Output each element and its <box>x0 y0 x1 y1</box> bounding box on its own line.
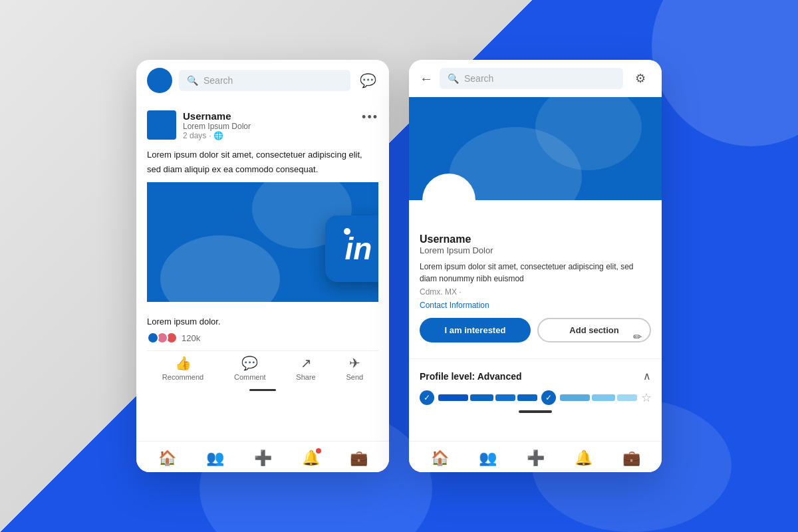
notification-badge <box>315 447 323 455</box>
progress-seg-5 <box>560 394 590 401</box>
edit-pencil-icon[interactable]: ✏ <box>633 331 642 343</box>
send-icon: ✈ <box>349 355 360 371</box>
settings-icon[interactable]: ⚙ <box>630 68 651 89</box>
nav-network[interactable]: 👥 <box>206 450 224 467</box>
home-icon: 🏠 <box>158 450 176 467</box>
recommend-label: Recommend <box>162 373 203 381</box>
reaction-dots <box>147 332 178 344</box>
left-bottom-nav: 🏠 👥 ➕ 🔔 💼 <box>136 441 389 472</box>
comment-label: Comment <box>234 373 266 381</box>
progress-seg-3 <box>495 394 515 401</box>
post-username: Username <box>183 110 251 122</box>
right-nav-jobs[interactable]: 💼 <box>622 450 640 467</box>
nav-avatar[interactable] <box>147 68 172 93</box>
left-phone-screen: 🔍 Search 💬 Username Lorem Ipsum Dolor 2 … <box>136 60 389 472</box>
network-icon: 👥 <box>206 450 224 467</box>
profile-level-title: Profile level: Advanced <box>420 371 522 382</box>
send-label: Send <box>346 373 363 381</box>
left-top-nav: 🔍 Search 💬 <box>136 60 389 101</box>
profile-avatar <box>426 178 471 200</box>
chat-icon[interactable]: 💬 <box>357 70 378 91</box>
progress-seg-1 <box>438 394 468 401</box>
progress-seg-7 <box>617 394 637 401</box>
right-bottom-nav: 🏠 👥 ➕ 🔔 💼 <box>409 441 662 472</box>
progress-segments-left <box>438 394 537 401</box>
share-button[interactable]: ↗ Share <box>296 355 315 381</box>
bg-circle <box>652 0 798 146</box>
send-button[interactable]: ✈ Send <box>346 355 363 381</box>
right-bell-icon: 🔔 <box>575 450 593 467</box>
right-network-icon: 👥 <box>479 450 497 467</box>
post-author: Username Lorem Ipsum Dolor 2 days · 🌐 <box>147 110 251 140</box>
interested-button[interactable]: I am interested <box>420 318 531 342</box>
profile-level-section: Profile level: Advanced ∧ ✓ ✓ ☆ <box>409 358 662 426</box>
active-indicator <box>249 389 276 391</box>
post-header: Username Lorem Ipsum Dolor 2 days · 🌐 ••… <box>147 110 378 140</box>
nav-home[interactable]: 🏠 <box>158 450 176 467</box>
post-card: Username Lorem Ipsum Dolor 2 days · 🌐 ••… <box>136 101 389 311</box>
post-footer-text: Lorem ipsum dolor. <box>147 317 378 327</box>
screens-container: 🔍 Search 💬 Username Lorem Ipsum Dolor 2 … <box>136 60 662 472</box>
recommend-icon: 👍 <box>175 355 192 371</box>
nav-add[interactable]: ➕ <box>254 450 272 467</box>
progress-check-icon-1: ✓ <box>420 390 434 405</box>
search-icon-right: 🔍 <box>448 73 459 84</box>
jobs-icon: 💼 <box>350 450 368 467</box>
post-text-line2: sed diam aliquip ex ea commodo consequat… <box>147 163 378 176</box>
progress-segments-right <box>560 394 637 401</box>
right-search-text: Search <box>464 73 493 84</box>
comment-button[interactable]: 💬 Comment <box>234 355 266 381</box>
right-jobs-icon: 💼 <box>622 450 640 467</box>
post-image: in <box>147 182 378 302</box>
progress-bar: ✓ ✓ ☆ <box>420 390 651 405</box>
chevron-up-icon[interactable]: ∧ <box>643 370 651 382</box>
post-footer: Lorem ipsum dolor. 120k 👍 Recommend 💬 Co… <box>136 311 389 391</box>
profile-level-header: Profile level: Advanced ∧ <box>420 370 651 382</box>
progress-seg-4 <box>517 394 537 401</box>
right-search-bar[interactable]: 🔍 Search <box>440 68 623 89</box>
profile-action-row: I am interested Add section <box>420 318 651 342</box>
nav-jobs[interactable]: 💼 <box>350 450 368 467</box>
add-icon: ➕ <box>254 450 272 467</box>
home-indicator-right <box>519 410 552 413</box>
progress-seg-6 <box>592 394 615 401</box>
profile-location: Cdmx. MX · <box>420 287 651 297</box>
profile-bio: Lorem ipsum dolor sit amet, consectetuer… <box>420 261 651 285</box>
left-search-text: Search <box>203 75 233 86</box>
right-nav-add[interactable]: ➕ <box>527 450 545 467</box>
progress-check-icon-2: ✓ <box>541 390 556 405</box>
post-image-blob1 <box>160 235 280 302</box>
right-top-nav: ← 🔍 Search ⚙ <box>409 60 662 97</box>
right-nav-home[interactable]: 🏠 <box>431 450 449 467</box>
post-subtitle: Lorem Ipsum Dolor <box>183 122 251 131</box>
right-add-icon: ➕ <box>527 450 545 467</box>
reaction-row: 120k <box>147 332 378 344</box>
share-label: Share <box>296 373 315 381</box>
share-icon: ↗ <box>301 355 312 371</box>
post-avatar <box>147 110 176 140</box>
progress-seg-2 <box>470 394 493 401</box>
profile-job: Lorem Ipsum Dolor <box>420 245 651 255</box>
right-home-icon: 🏠 <box>431 450 449 467</box>
reaction-count: 120k <box>182 333 200 343</box>
nav-notifications[interactable]: 🔔 <box>302 450 320 467</box>
more-options-icon[interactable]: ••• <box>362 110 378 124</box>
contact-info-link[interactable]: Contact Information <box>420 301 651 310</box>
post-time: 2 days · 🌐 <box>183 131 251 140</box>
right-phone-screen: ← 🔍 Search ⚙ ✏ Username Lorem Ipsum Dolo… <box>409 60 662 472</box>
right-nav-network[interactable]: 👥 <box>479 450 497 467</box>
back-icon[interactable]: ← <box>420 71 433 86</box>
post-text-line1: Lorem ipsum dolor sit amet, consectetuer… <box>147 148 378 162</box>
post-author-info: Username Lorem Ipsum Dolor 2 days · 🌐 <box>183 110 251 140</box>
profile-info: ✏ Username Lorem Ipsum Dolor Lorem ipsum… <box>409 200 662 353</box>
reaction-dot-blue <box>147 332 159 344</box>
comment-icon: 💬 <box>241 355 258 371</box>
right-nav-notifications[interactable]: 🔔 <box>575 450 593 467</box>
profile-header <box>409 97 662 200</box>
search-icon: 🔍 <box>187 75 198 86</box>
action-row: 👍 Recommend 💬 Comment ↗ Share ✈ Send <box>147 350 378 385</box>
left-search-bar[interactable]: 🔍 Search <box>179 70 350 91</box>
profile-username: Username <box>420 233 651 245</box>
recommend-button[interactable]: 👍 Recommend <box>162 355 203 381</box>
star-icon: ☆ <box>641 390 652 405</box>
